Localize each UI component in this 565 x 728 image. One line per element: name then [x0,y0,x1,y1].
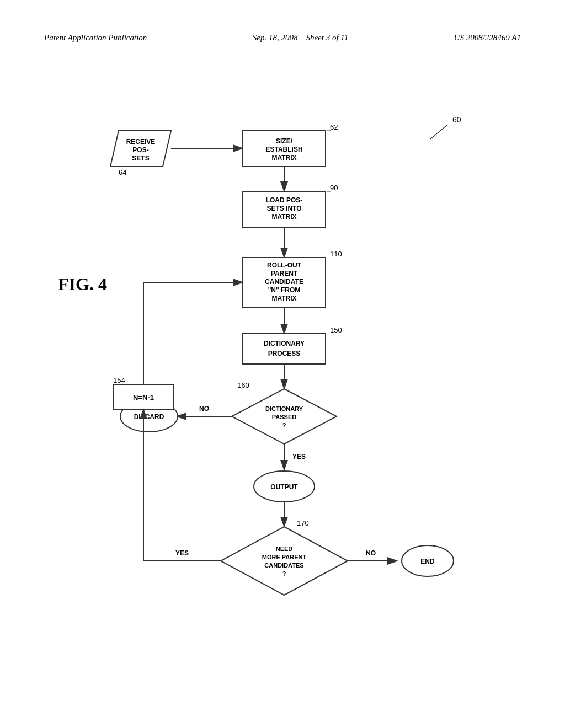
svg-text:PARENT: PARENT [271,270,298,277]
svg-text:LOAD POS-: LOAD POS- [266,196,303,204]
header-center: Sep. 18, 2008 Sheet 3 of 11 [253,33,348,42]
page-header: Patent Application Publication Sep. 18, … [0,0,565,53]
svg-text:PROCESS: PROCESS [268,350,301,357]
svg-text:"N" FROM: "N" FROM [268,286,301,294]
ref-154: 154 [113,376,125,384]
need-more-diamond [221,527,348,595]
patent-page: Patent Application Publication Sep. 18, … [0,0,565,728]
no-label-1: NO [199,405,209,413]
svg-text:SETS: SETS [132,154,149,162]
dictionary-process-box [243,334,326,364]
svg-text:END: END [420,558,435,565]
svg-text:ESTABLISH: ESTABLISH [265,146,302,153]
svg-text:CANDIDATES: CANDIDATES [264,562,303,569]
ref-62: 62 [330,123,338,131]
svg-text:DICTIONARY: DICTIONARY [265,405,303,412]
ref-170: 170 [297,519,309,527]
flowchart-svg: 60 RECEIVE POS- SETS 64 SIZE/ ESTABLISH … [0,59,565,693]
svg-text:ROLL-OUT: ROLL-OUT [267,261,302,269]
svg-line-0 [430,125,447,139]
svg-text:MATRIX: MATRIX [271,213,296,221]
svg-text:OUTPUT: OUTPUT [270,483,298,491]
svg-text:RECEIVE: RECEIVE [126,138,156,146]
svg-text:PASSED: PASSED [272,414,296,420]
svg-text:SIZE/: SIZE/ [276,137,293,145]
no-label-2: NO [366,549,376,557]
svg-text:POS-: POS- [132,146,148,154]
svg-text:CANDIDATE: CANDIDATE [265,278,303,286]
svg-text:MATRIX: MATRIX [271,295,296,302]
ref-90: 90 [330,184,338,192]
svg-text:?: ? [282,570,286,577]
svg-text:MATRIX: MATRIX [271,154,296,162]
ref-160: 160 [237,381,249,389]
ref-64: 64 [119,168,126,176]
diagram-area: FIG. 4 60 RECEIVE POS- SETS 64 SIZE/ EST… [0,59,565,693]
svg-text:DISCARD: DISCARD [134,413,164,421]
svg-text:N=N-1: N=N-1 [133,393,154,402]
ref-150: 150 [330,326,342,334]
header-left: Patent Application Publication [44,33,147,42]
svg-text:SETS INTO: SETS INTO [266,205,301,212]
yes-label-2: YES [175,549,189,557]
svg-text:NEED: NEED [276,545,293,552]
header-right: US 2008/228469 A1 [454,33,521,42]
ref-60: 60 [452,115,461,124]
yes-label-1: YES [292,453,306,461]
svg-text:?: ? [282,422,286,429]
svg-text:DICTIONARY: DICTIONARY [264,340,305,347]
svg-text:MORE PARENT: MORE PARENT [262,554,307,560]
ref-110: 110 [330,250,342,258]
